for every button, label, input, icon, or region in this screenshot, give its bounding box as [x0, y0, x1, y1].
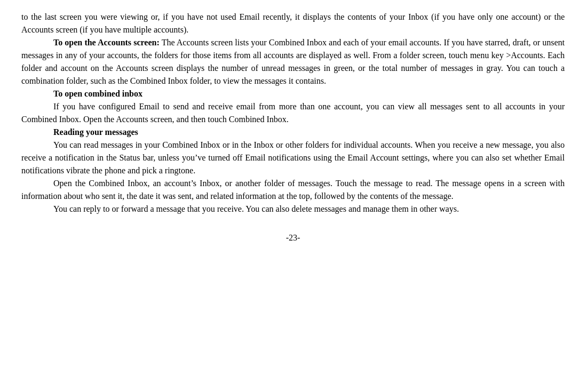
paragraph-1: to the last screen you were viewing or, …	[21, 11, 565, 36]
combined-inbox-heading-text: To open combined inbox	[53, 89, 142, 98]
paragraph-accounts-screen: To open the Accounts screen: The Account…	[21, 36, 565, 87]
heading-reading-messages: Reading your messages	[21, 126, 565, 139]
reading-messages-heading-text: Reading your messages	[53, 127, 138, 137]
paragraph-combined-inbox: If you have configured Email to send and…	[21, 100, 565, 126]
paragraph-reading-3: You can reply to or forward a message th…	[21, 203, 565, 215]
page-content: to the last screen you were viewing or, …	[21, 11, 565, 244]
paragraph-reading-2: Open the Combined Inbox, an account’s In…	[21, 177, 565, 203]
heading-accounts-screen-bold: To open the Accounts screen:	[53, 38, 160, 47]
heading-combined-inbox: To open combined inbox	[21, 87, 565, 100]
paragraph-reading-1: You can read messages in your Combined I…	[21, 139, 565, 177]
page-number: -23-	[21, 231, 565, 244]
